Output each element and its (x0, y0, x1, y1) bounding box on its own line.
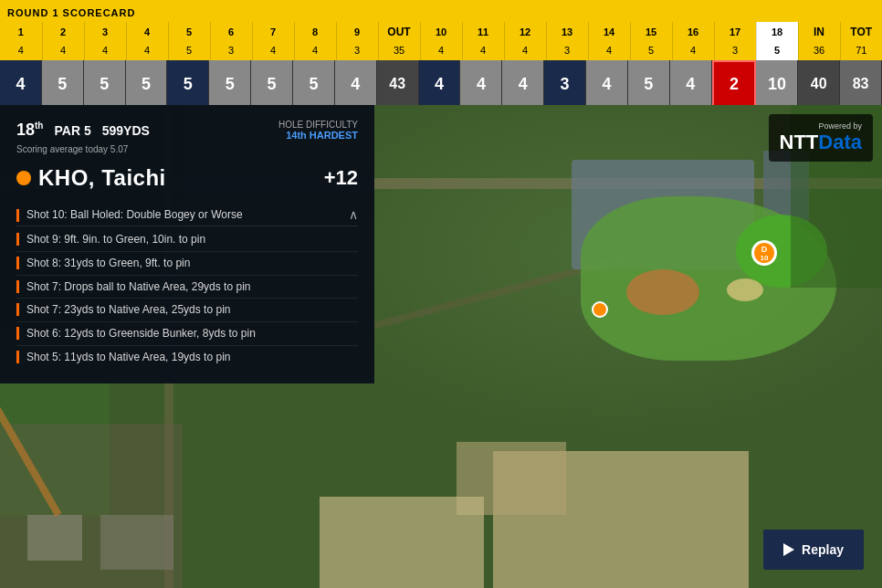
score-13: 3 (544, 60, 586, 108)
player-name: KHO, Taichi (38, 165, 166, 191)
holes-row: 1 2 3 4 5 6 7 8 9 OUT 10 11 12 13 14 15 … (0, 22, 882, 42)
par-6: 3 (210, 42, 252, 60)
par-row: 4 4 4 4 5 3 4 4 3 35 4 4 4 3 4 5 4 3 5 3… (0, 42, 882, 60)
hole-7: 7 (252, 22, 294, 42)
scorecard-wrapper: ROUND 1 SCORECARD 1 2 3 4 5 6 7 8 9 OUT … (0, 0, 882, 108)
hole-2: 2 (42, 22, 84, 42)
hole-15: 15 (630, 22, 672, 42)
hole-16: 16 (672, 22, 714, 42)
par-7: 4 (252, 42, 294, 60)
par-16: 4 (672, 42, 714, 60)
score-12: 4 (502, 60, 544, 108)
score-16: 4 (670, 60, 712, 108)
par-3: 4 (84, 42, 126, 60)
shot-7a-label: Shot 7: 23yds to Native Area, 25yds to p… (26, 302, 358, 318)
score-15: 5 (628, 60, 670, 108)
player-dot (16, 171, 31, 185)
shot-8: Shot 8: 31yds to Green, 9ft. to pin (16, 252, 358, 276)
score-10: 4 (419, 60, 461, 108)
score-2: 5 (42, 60, 84, 108)
hole-6: 6 (210, 22, 252, 42)
par-11: 4 (462, 42, 504, 60)
par-4: 4 (126, 42, 168, 60)
hole-3: 3 (84, 22, 126, 42)
difficulty-value: 14th HARDEST (278, 130, 358, 141)
hole-9: 9 (336, 22, 378, 42)
shot-6-label: Shot 6: 12yds to Greenside Bunker, 8yds … (26, 326, 358, 341)
par-12: 4 (504, 42, 546, 60)
shot-9-label: Shot 9: 9ft. 9in. to Green, 10in. to pin (26, 232, 358, 247)
hole-out: OUT (378, 22, 420, 42)
hole-11: 11 (462, 22, 504, 42)
par-15: 5 (630, 42, 672, 60)
chevron-up-icon: ∧ (349, 207, 358, 222)
shot-10-label: Shot 10: Ball Holed: Double Bogey or Wor… (26, 208, 341, 221)
hole-number: 18th (16, 121, 43, 140)
shot-5: Shot 5: 11yds to Native Area, 19yds to p… (16, 346, 358, 369)
ntt-data-text: Data (818, 131, 862, 153)
ntt-brand: NTTData (780, 131, 862, 154)
hole-17: 17 (714, 22, 756, 42)
hole-info-row: 18th PAR 5 599YDS Hole difficulty 14th H… (16, 120, 358, 141)
par-13: 3 (546, 42, 588, 60)
hole-4: 4 (126, 22, 168, 42)
destination-marker: D 10 (751, 240, 777, 266)
scorecard-title: ROUND 1 SCORECARD (7, 7, 135, 18)
score-9: 4 (335, 60, 377, 108)
shot-bar (16, 351, 19, 363)
score-7: 5 (251, 60, 293, 108)
hole-tot: TOT (840, 22, 882, 42)
par-in: 36 (798, 42, 840, 60)
hole-1: 1 (0, 22, 42, 42)
scorecard-header: ROUND 1 SCORECARD (0, 0, 882, 22)
hole-12: 12 (504, 22, 546, 42)
par-18: 5 (756, 42, 798, 60)
shot-10-header[interactable]: Shot 10: Ball Holed: Double Bogey or Wor… (16, 204, 358, 226)
par-1: 4 (0, 42, 42, 60)
score-row: 4 5 5 5 5 5 5 5 4 43 4 4 4 3 4 5 4 2 10 … (0, 60, 882, 108)
score-6: 5 (209, 60, 251, 108)
par-2: 4 (42, 42, 84, 60)
ntt-text: NTT (780, 131, 819, 153)
score-8: 5 (293, 60, 335, 108)
shot-6: Shot 6: 12yds to Greenside Bunker, 8yds … (16, 322, 358, 346)
ntt-logo: Powered by NTTData (769, 114, 873, 162)
score-out: 43 (377, 60, 419, 108)
score-in: 40 (798, 60, 840, 108)
shot-bar (16, 280, 19, 293)
par-9: 3 (336, 42, 378, 60)
powered-by-text: Powered by (780, 121, 862, 131)
score-tot: 83 (840, 60, 882, 108)
par-17: 3 (714, 42, 756, 60)
hole-8: 8 (294, 22, 336, 42)
shot-marker-mid (592, 301, 608, 318)
hole-10: 10 (420, 22, 462, 42)
shot-bar (16, 303, 19, 316)
info-panel: 18th PAR 5 599YDS Hole difficulty 14th H… (0, 105, 374, 383)
par-10: 4 (420, 42, 462, 60)
score-14: 4 (586, 60, 628, 108)
shot-8-label: Shot 8: 31yds to Green, 9ft. to pin (26, 256, 358, 271)
shot-7b-label: Shot 7: Drops ball to Native Area, 29yds… (26, 279, 358, 295)
scorecard-table: 1 2 3 4 5 6 7 8 9 OUT 10 11 12 13 14 15 … (0, 22, 882, 60)
par-tot: 71 (840, 42, 882, 60)
hole-13: 13 (546, 22, 588, 42)
hole-difficulty: Hole difficulty 14th HARDEST (278, 120, 358, 141)
shot-bar (16, 327, 19, 340)
score-5: 5 (167, 60, 209, 108)
shots-list: Shot 10: Ball Holed: Double Bogey or Wor… (16, 204, 358, 369)
score-3: 5 (84, 60, 126, 108)
hole-5: 5 (168, 22, 210, 42)
scoring-avg: Scoring average today 5.07 (16, 144, 358, 154)
hole-18: 18 (756, 22, 798, 42)
shot-bar (16, 257, 19, 269)
player-row: KHO, Taichi +12 (16, 165, 358, 191)
score-18: 10 (756, 60, 798, 108)
score-4: 5 (126, 60, 168, 108)
hole-yds: 599YDS (102, 123, 150, 138)
hole-14: 14 (588, 22, 630, 42)
par-14: 4 (588, 42, 630, 60)
replay-button[interactable]: Replay (763, 530, 864, 570)
play-icon (783, 543, 794, 556)
score-11: 4 (460, 60, 502, 108)
